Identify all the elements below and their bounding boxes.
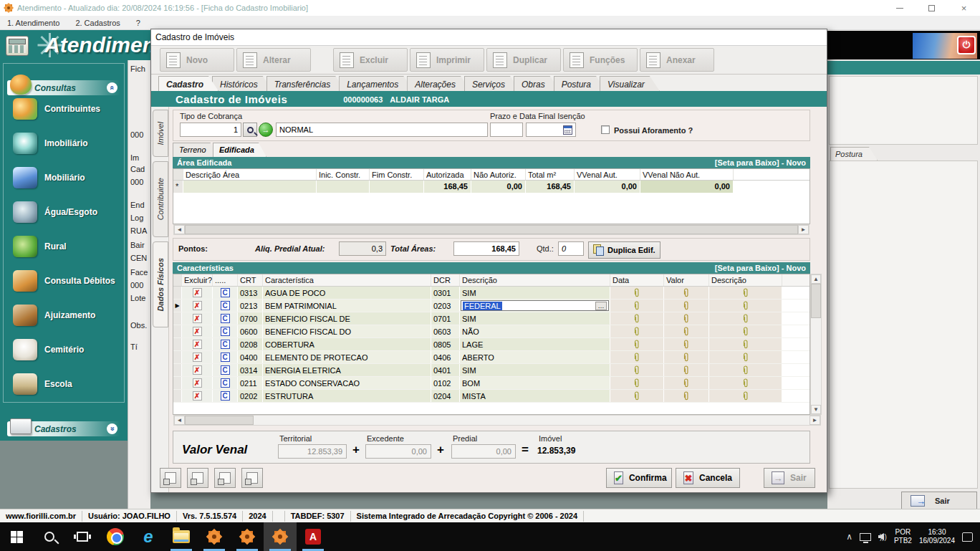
crt-cell[interactable]: 0213: [238, 300, 263, 312]
sidebar-item[interactable]: Mobiliário: [13, 163, 120, 192]
table-row[interactable]: ✗ C 0400 ELEMENTO DE PROTECAO 0406 ABERT…: [173, 351, 810, 364]
data-cell[interactable]: [610, 364, 664, 376]
data-cell[interactable]: [610, 325, 664, 337]
search-lookup-button[interactable]: [243, 123, 257, 137]
toolbar-button[interactable]: Alterar: [236, 48, 311, 72]
sidebar-item[interactable]: Cemitério: [13, 335, 120, 364]
caracteristicas-vertical-scrollbar[interactable]: ▲▼: [810, 274, 822, 415]
crt-cell[interactable]: 0313: [238, 287, 263, 299]
cobranca-desc-field[interactable]: NORMAL: [276, 123, 488, 137]
delete-row-cell[interactable]: ✗: [182, 312, 213, 325]
delete-row-cell[interactable]: ✗: [182, 364, 213, 376]
dialog-tab[interactable]: Históricos: [212, 76, 273, 91]
area-edificada-grid[interactable]: Descrição Área Inic. Constr. Fim Constr.…: [173, 168, 810, 224]
delete-icon[interactable]: ✗: [193, 288, 202, 297]
table-row[interactable]: ✗ C 0313 AGUA DE POCO 0301 SIM SIM …: [173, 287, 810, 300]
duplica-edif-button[interactable]: Duplica Edif.: [588, 241, 660, 259]
toolbar-button[interactable]: Anexar: [640, 48, 714, 72]
internet-explorer-taskbar-icon[interactable]: e: [132, 522, 165, 551]
crt-cell[interactable]: 0700: [238, 312, 263, 325]
record-next-button[interactable]: [214, 468, 236, 488]
sair-button[interactable]: → Sair: [764, 468, 815, 488]
crt-cell[interactable]: 0314: [238, 364, 263, 376]
delete-row-cell[interactable]: ✗: [182, 287, 213, 299]
caracteristica-cell[interactable]: ESTRUTURA: [263, 390, 431, 402]
side-tab-imovel[interactable]: Imóvel: [153, 110, 168, 157]
caracteristica-cell[interactable]: ESTADO CONSERVACAO: [263, 377, 431, 389]
volume-icon[interactable]: ))): [878, 533, 887, 541]
delete-icon[interactable]: ✗: [193, 327, 202, 336]
descricao-cell[interactable]: ABERTO ABERTO …: [460, 351, 610, 363]
toolbar-button[interactable]: Excluir: [333, 48, 408, 72]
descricao-cell[interactable]: FEDERAL FEDERAL …: [460, 300, 610, 312]
data-cell[interactable]: [610, 390, 664, 402]
subtab-edificada[interactable]: Edificada: [213, 143, 266, 157]
subtab-terreno[interactable]: Terreno: [173, 143, 218, 157]
dcr-cell[interactable]: 0701: [431, 312, 460, 325]
record-prev-button[interactable]: [187, 468, 208, 488]
dcr-cell[interactable]: 0301: [431, 287, 460, 299]
descricao2-cell[interactable]: [709, 390, 782, 402]
crt-cell[interactable]: 0208: [238, 338, 263, 350]
dialog-tab[interactable]: Postura: [554, 76, 606, 91]
sidebar-item[interactable]: Contribuintes: [13, 95, 120, 123]
descricao2-cell[interactable]: [709, 325, 782, 337]
dialog-tab[interactable]: Visualizar: [600, 76, 660, 91]
background-tab-postura[interactable]: Postura: [830, 147, 878, 160]
table-row[interactable]: ✗ C 0600 BENEFICIO FISCAL DO 0603 NÃO NÃ…: [173, 325, 810, 338]
fiorilli-app-taskbar-icon-active[interactable]: [264, 522, 297, 551]
toolbar-button[interactable]: Imprimir: [410, 48, 484, 72]
dialog-tab[interactable]: Serviços: [464, 76, 520, 91]
data-cell[interactable]: [610, 351, 664, 363]
task-view-button[interactable]: [66, 522, 99, 551]
delete-row-cell[interactable]: ✗: [182, 351, 213, 363]
descricao2-cell[interactable]: [709, 351, 782, 363]
dcr-cell[interactable]: 0805: [431, 338, 460, 350]
delete-row-cell[interactable]: ✗: [182, 300, 213, 312]
delete-icon[interactable]: ✗: [193, 314, 202, 323]
area-row[interactable]: * 168,45 0,00 168,45 0,00 0,00: [173, 181, 810, 193]
valor-cell[interactable]: [664, 390, 709, 402]
tray-chevron-icon[interactable]: ∧: [846, 532, 852, 542]
sidebar-item[interactable]: Rural: [13, 232, 120, 261]
crt-cell[interactable]: 0600: [238, 325, 263, 337]
descricao-cell[interactable]: SIM SIM …: [460, 364, 610, 376]
valor-cell[interactable]: [664, 377, 709, 389]
caracteristica-cell[interactable]: BENEFICIO FISCAL DO: [263, 325, 431, 337]
chevron-down-icon[interactable]: «: [107, 423, 117, 434]
delete-icon[interactable]: ✗: [193, 365, 202, 375]
data-final-input[interactable]: [526, 123, 576, 137]
descricao2-cell[interactable]: [709, 312, 782, 325]
valor-cell[interactable]: [664, 287, 709, 299]
dialog-tab[interactable]: Alterações: [407, 76, 471, 91]
descricao2-cell[interactable]: [709, 287, 782, 299]
delete-icon[interactable]: ✗: [193, 353, 202, 362]
caracteristica-cell[interactable]: ENERGIA ELETRICA: [263, 364, 431, 376]
table-row[interactable]: ✗ C 0213 BEM PATRIMONIAL 0203 FEDERAL FE…: [173, 300, 810, 312]
data-cell[interactable]: [610, 338, 664, 350]
dcr-cell[interactable]: 0203: [431, 300, 460, 312]
valor-cell[interactable]: [664, 338, 709, 350]
minimize-button[interactable]: [883, 0, 916, 16]
cancela-button[interactable]: ✖ Cancela: [676, 468, 740, 488]
side-tab-dados-fisicos[interactable]: Dados Físicos: [153, 241, 168, 327]
file-explorer-taskbar-icon[interactable]: [165, 522, 198, 551]
fiorilli-app-taskbar-icon[interactable]: [231, 522, 264, 551]
delete-icon[interactable]: ✗: [193, 301, 202, 310]
descricao-cell[interactable]: BOM BOM …: [460, 377, 610, 389]
dialog-tab[interactable]: Lançamentos: [339, 76, 413, 91]
area-horizontal-scrollbar[interactable]: ◄►: [173, 224, 810, 235]
delete-row-cell[interactable]: ✗: [182, 325, 213, 337]
fiorilli-app-taskbar-icon[interactable]: [198, 522, 231, 551]
taskbar-search-button[interactable]: [33, 522, 66, 551]
table-row[interactable]: ✗ C 0314 ENERGIA ELETRICA 0401 SIM SIM …: [173, 364, 810, 377]
prazo-input[interactable]: [490, 123, 523, 137]
aliq-field[interactable]: 0,3: [339, 241, 386, 256]
caracteristicas-horizontal-scrollbar[interactable]: ◄►: [173, 415, 821, 426]
descricao2-cell[interactable]: [709, 364, 782, 376]
sidebar-item[interactable]: Ajuizamento: [13, 301, 120, 330]
descricao-cell[interactable]: LAGE LAGE …: [460, 338, 610, 350]
descricao-cell[interactable]: MISTA MISTA …: [460, 390, 610, 402]
data-cell[interactable]: [610, 312, 664, 325]
table-row[interactable]: ✗ C 0208 COBERTURA 0805 LAGE LAGE …: [173, 338, 810, 351]
